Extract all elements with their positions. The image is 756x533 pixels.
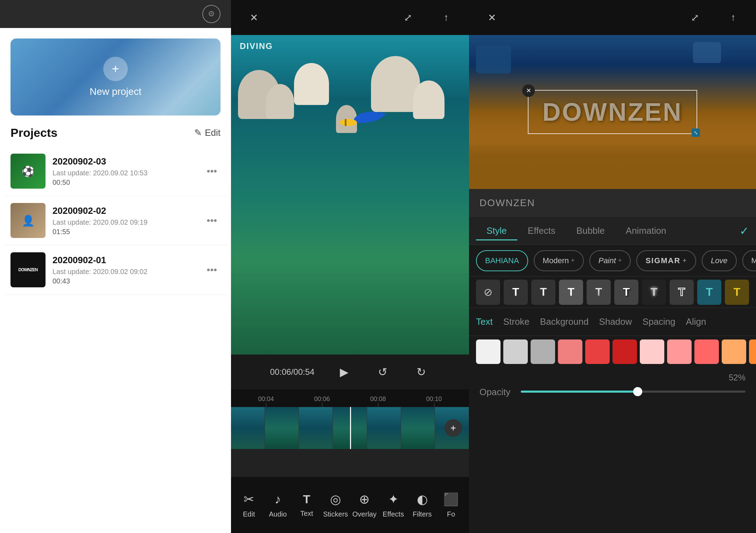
toolbar-edit[interactable]: ✂ Edit bbox=[235, 492, 263, 518]
toolbar-effects[interactable]: ✦ Effects bbox=[379, 492, 407, 518]
video-preview: DIVING bbox=[231, 35, 469, 355]
timeline-ruler: 00:04 00:06 00:08 00:10 bbox=[231, 390, 469, 407]
opacity-row: 52% Opacity bbox=[469, 367, 756, 402]
font-love[interactable]: Love bbox=[702, 250, 737, 271]
color-swatch-lightorange[interactable] bbox=[722, 339, 746, 364]
tab-effects[interactable]: Effects bbox=[517, 222, 566, 240]
font-paint[interactable]: Paint bbox=[589, 250, 631, 271]
opacity-slider-wrapper: Opacity bbox=[479, 387, 746, 398]
forward-button[interactable]: ↻ bbox=[412, 363, 430, 381]
toolbar-fo[interactable]: ⬛ Fo bbox=[437, 492, 465, 518]
expand-right-icon[interactable]: ⤢ bbox=[686, 9, 704, 26]
ruler-mark: 00:10 bbox=[406, 395, 462, 407]
opacity-slider[interactable] bbox=[521, 391, 746, 393]
color-swatch-lightgray[interactable] bbox=[503, 339, 528, 364]
text-style-bold-fill[interactable]: T bbox=[559, 280, 583, 305]
sub-tab-align[interactable]: Align bbox=[686, 313, 706, 331]
settings-icon[interactable]: ⚙ bbox=[202, 5, 220, 23]
downzen-thumb: DOWNZEN bbox=[10, 252, 46, 287]
underwater-background: DIVING bbox=[231, 35, 469, 355]
text-style-yellow[interactable]: T bbox=[725, 280, 749, 305]
diving-label: DIVING bbox=[240, 41, 273, 51]
effects-icon: ✦ bbox=[388, 492, 399, 507]
toolbar-overlay[interactable]: ⊕ Overlay bbox=[350, 492, 378, 518]
confirm-check[interactable]: ✓ bbox=[740, 224, 749, 238]
video-preview-right: ✕ DOWNZEN ⤡ bbox=[469, 35, 756, 189]
tab-bubble[interactable]: Bubble bbox=[566, 222, 615, 240]
timeline-controls: 00:06/00:54 ▶ ↺ ↻ bbox=[231, 355, 469, 390]
toolbar-audio[interactable]: ♪ Audio bbox=[264, 492, 292, 518]
audio-label: Audio bbox=[269, 510, 287, 518]
project-more-button[interactable]: ••• bbox=[203, 162, 220, 180]
text-style-shadow-dark[interactable]: T bbox=[614, 280, 638, 305]
font-modern[interactable]: Modern bbox=[534, 250, 584, 271]
toolbar-text[interactable]: T Text bbox=[293, 492, 321, 518]
left-top-bar: ⚙ bbox=[0, 0, 231, 28]
color-swatch-orange[interactable] bbox=[749, 339, 756, 364]
text-style-gradient[interactable]: T bbox=[587, 280, 611, 305]
color-swatch-verylight-red[interactable] bbox=[640, 339, 664, 364]
sub-tab-text[interactable]: Text bbox=[476, 313, 493, 331]
edit-button[interactable]: ✎ Edit bbox=[194, 127, 220, 138]
add-clip-button[interactable]: + bbox=[444, 419, 462, 437]
soccer-thumb: ⚽ bbox=[10, 154, 46, 189]
expand-icon[interactable]: ⤢ bbox=[399, 9, 416, 26]
font-ma[interactable]: MA bbox=[742, 250, 756, 271]
right-panel: ✕ ⤢ ↑ ✕ DOWNZEN ⤡ Style Effects Bubble A… bbox=[469, 0, 756, 533]
close-overlay-button[interactable]: ✕ bbox=[522, 84, 535, 97]
resize-handle[interactable]: ⤡ bbox=[692, 128, 700, 137]
color-swatch-white[interactable] bbox=[476, 339, 500, 364]
text-overlay-box[interactable]: ✕ DOWNZEN ⤡ bbox=[528, 90, 697, 134]
ruler-mark: 00:08 bbox=[350, 395, 406, 407]
color-swatch-darkred[interactable] bbox=[612, 339, 637, 364]
color-swatch-gray[interactable] bbox=[531, 339, 555, 364]
no-style-button[interactable]: ⊘ bbox=[476, 280, 500, 305]
project-more-button[interactable]: ••• bbox=[203, 211, 220, 230]
color-swatch-lightred[interactable] bbox=[558, 339, 582, 364]
tab-animation[interactable]: Animation bbox=[615, 222, 677, 240]
close-right-icon[interactable]: ✕ bbox=[483, 9, 500, 26]
text-style-outline[interactable]: T bbox=[531, 280, 555, 305]
font-bahiana[interactable]: BAHIANA bbox=[476, 250, 528, 271]
strip-frame bbox=[299, 407, 333, 449]
opacity-thumb[interactable] bbox=[633, 387, 642, 396]
text-style-plain[interactable]: T bbox=[504, 280, 528, 305]
toolbar-filters[interactable]: ◐ Filters bbox=[408, 492, 436, 518]
text-style-shadow-light[interactable]: T bbox=[642, 280, 666, 305]
project-thumbnail: ⚽ bbox=[10, 154, 46, 189]
new-project-plus-icon: + bbox=[103, 57, 128, 81]
export-icon[interactable]: ↑ bbox=[438, 9, 455, 26]
sub-tab-shadow[interactable]: Shadow bbox=[599, 313, 632, 331]
rewind-button[interactable]: ↺ bbox=[374, 363, 391, 381]
play-button[interactable]: ▶ bbox=[335, 363, 353, 381]
project-thumbnail: DOWNZEN bbox=[10, 252, 46, 287]
sub-tab-stroke[interactable]: Stroke bbox=[503, 313, 530, 331]
font-sigmar[interactable]: SIGMAR bbox=[636, 250, 696, 271]
color-swatch-salmon[interactable] bbox=[667, 339, 692, 364]
toolbar-stickers[interactable]: ◎ Stickers bbox=[322, 492, 350, 518]
sub-tab-background[interactable]: Background bbox=[540, 313, 589, 331]
export-right-icon[interactable]: ↑ bbox=[724, 9, 742, 26]
project-item[interactable]: 👤 20200902-02 Last update: 2020.09.02 09… bbox=[4, 196, 227, 245]
opacity-fill bbox=[521, 391, 638, 393]
text-input-field[interactable] bbox=[479, 197, 746, 209]
ruler-marks: 00:04 00:06 00:08 00:10 bbox=[238, 390, 462, 407]
stickers-label: Stickers bbox=[323, 510, 348, 518]
bottom-toolbar: ✂ Edit ♪ Audio T Text ◎ Stickers ⊕ Overl… bbox=[231, 477, 469, 533]
project-item[interactable]: ⚽ 20200902-03 Last update: 2020.09.02 10… bbox=[4, 147, 227, 196]
close-icon[interactable]: ✕ bbox=[245, 9, 262, 26]
sub-tab-spacing[interactable]: Spacing bbox=[643, 313, 676, 331]
tab-style[interactable]: Style bbox=[476, 222, 517, 240]
color-swatch-red[interactable] bbox=[585, 339, 610, 364]
top-bar-center: ⤢ ↑ bbox=[399, 9, 455, 26]
project-more-button[interactable]: ••• bbox=[203, 261, 220, 279]
stickers-icon: ◎ bbox=[330, 492, 341, 507]
text-style-teal[interactable]: T bbox=[697, 280, 721, 305]
strip-frame bbox=[265, 407, 299, 449]
video-strip: + bbox=[231, 407, 469, 449]
color-swatch-coral[interactable] bbox=[694, 339, 719, 364]
project-item[interactable]: DOWNZEN 20200902-01 Last update: 2020.09… bbox=[4, 245, 227, 295]
color-palette-row bbox=[469, 336, 756, 367]
new-project-banner[interactable]: + New project bbox=[10, 38, 220, 115]
text-style-hollow[interactable]: T bbox=[670, 280, 694, 305]
